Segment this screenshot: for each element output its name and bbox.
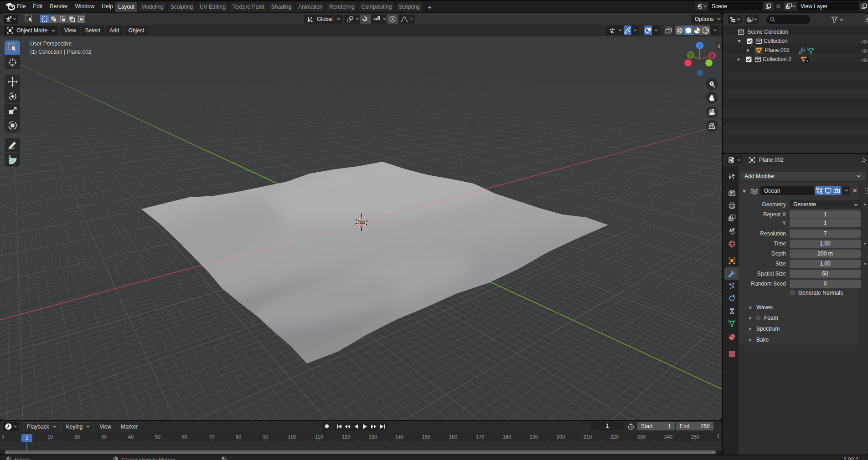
svg-text:Y: Y [689,53,692,58]
svg-text:X: X [711,53,714,58]
svg-text:Z: Z [698,43,701,48]
svg-text:4: 4 [806,59,808,63]
